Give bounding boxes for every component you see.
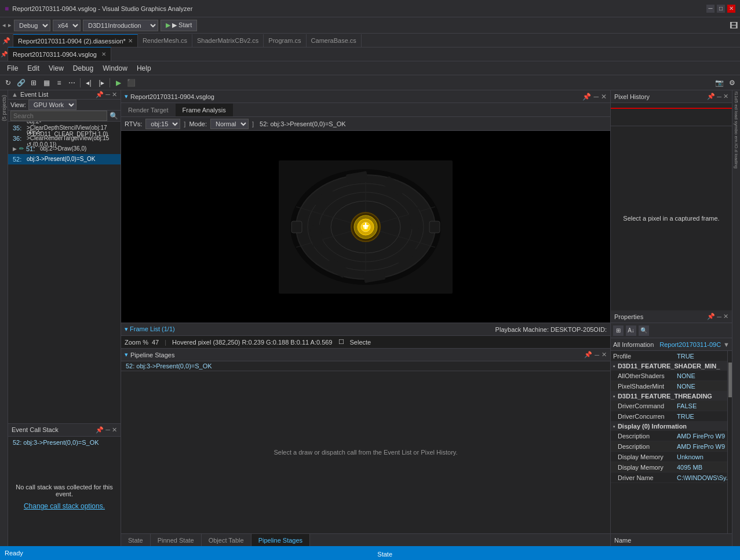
bottom-tab-state[interactable]: State <box>121 534 151 547</box>
prop-section-threading[interactable]: ▪ D3D11_FEATURE_THREADING <box>611 391 727 401</box>
pipeline-close-icon[interactable]: ✕ <box>602 351 607 358</box>
pipeline-collapse2-icon[interactable]: ─ <box>595 352 599 358</box>
debug-dropdown[interactable]: Debug <box>14 20 50 31</box>
prop-section-collapse-icon-2[interactable]: ▪ <box>613 393 615 400</box>
step-forward-icon[interactable]: |▸ <box>96 77 107 89</box>
menu-help[interactable]: Help <box>132 61 156 75</box>
vsglog-close-icon[interactable]: ✕ <box>601 93 607 101</box>
menu-debug[interactable]: Debug <box>68 61 98 75</box>
project-dropdown[interactable]: D3D11Introduction <box>83 20 158 31</box>
rtv-label: RTVs: <box>125 120 142 127</box>
tab-vsglog[interactable]: Report20170311-0904.vsglog ✕ <box>8 47 111 61</box>
playback-machine-text: Playback Machine: DESKTOP-205OID: <box>495 326 607 333</box>
search-icon[interactable]: 🔍 <box>110 112 118 120</box>
timeline-icon[interactable]: ≡ <box>53 77 65 89</box>
nav-back-icon[interactable]: ◂ <box>2 21 6 29</box>
props-scrollbar[interactable] <box>727 351 732 533</box>
call-stack-collapse-icon[interactable]: ─ <box>105 426 110 433</box>
event-list-toolbar: View: GPU Work <box>8 100 121 111</box>
more-icon[interactable]: ⋯ <box>66 77 78 89</box>
table-icon[interactable]: ▦ <box>41 77 52 89</box>
call-stack-close-icon[interactable]: ✕ <box>112 426 117 434</box>
tab-close-vsglog[interactable]: ✕ <box>101 51 106 57</box>
mode-dropdown[interactable]: Normal <box>210 119 249 129</box>
graphics-icon[interactable]: 🎞 <box>730 21 738 30</box>
prop-section-collapse-icon[interactable]: ▪ <box>613 363 615 369</box>
vsglog-collapse-icon[interactable]: ▾ <box>125 93 128 100</box>
menu-file[interactable]: File <box>2 61 23 75</box>
step-back-icon[interactable]: ◂| <box>83 77 94 89</box>
props-dropdown-icon[interactable]: ▼ <box>723 341 730 348</box>
play-capture-icon[interactable]: ▶ <box>112 77 124 89</box>
tab-rendermesh[interactable]: RenderMesh.cs <box>138 34 192 47</box>
far-right-panel: f11d5 ed load symbo em.IO.d loading <box>732 90 740 546</box>
pipeline-collapse-icon[interactable]: ▾ <box>125 351 128 358</box>
pin-tab[interactable]: 📌 <box>0 34 13 47</box>
tab-shadermatrix[interactable]: ShaderMatrixCBv2.cs <box>192 34 264 47</box>
maximize-button[interactable]: □ <box>717 5 725 13</box>
view-dropdown[interactable]: GPU Work <box>28 100 76 110</box>
vsglog-pin-icon[interactable]: 📌 <box>582 93 591 101</box>
pixel-history-close-icon[interactable]: ✕ <box>723 93 728 100</box>
vsglog-title: Report20170311-0904.vsglog <box>130 93 214 100</box>
event-item-36[interactable]: 36: obj:2->ClearRenderTargetView(obj:15 … <box>8 133 121 144</box>
stop-capture-icon[interactable]: ⬛ <box>125 77 137 89</box>
hovered-pixel-text: Hovered pixel (382,250) R:0.239 G:0.188 … <box>172 339 332 346</box>
properties-collapse-icon[interactable]: ─ <box>717 313 721 320</box>
event-list-content[interactable]: 35: obj:2->ClearDepthStencilView(obj:17 … <box>8 122 121 423</box>
checkbox-icon[interactable]: ☐ <box>338 338 344 346</box>
prop-section-shader-min[interactable]: ▪ D3D11_FEATURE_SHADER_MIN_ <box>611 361 727 371</box>
event-expand-51[interactable]: ▶ <box>13 146 17 152</box>
call-stack-pin-icon[interactable]: 📌 <box>96 426 104 434</box>
bottom-tab-pipeline-stages[interactable]: Pipeline Stages <box>251 534 310 547</box>
props-alpha-icon[interactable]: A↓ <box>626 325 636 336</box>
props-sort-icon[interactable]: ⊞ <box>613 325 624 336</box>
menu-view[interactable]: View <box>44 61 68 75</box>
minimize-button[interactable]: ─ <box>706 5 715 13</box>
tab-program[interactable]: Program.cs <box>264 34 306 47</box>
event-list-close-icon[interactable]: ✕ <box>112 91 117 98</box>
far-right-content: f11d5 ed load symbo em.IO.d loading <box>732 90 740 170</box>
pipeline-pin-icon[interactable]: 📌 <box>584 351 592 358</box>
tab-diasession[interactable]: Report20170311-0904 (2).diasession* ✕ <box>13 34 138 47</box>
refresh-icon[interactable]: ↻ <box>2 77 14 89</box>
tab-frame-analysis[interactable]: Frame Analysis <box>176 104 233 116</box>
inner-pin-icon[interactable]: 📌 <box>0 47 8 61</box>
settings-icon[interactable]: ⚙ <box>726 77 738 89</box>
bottom-tab-object-table[interactable]: Object Table <box>202 534 251 547</box>
arch-dropdown[interactable]: x64 <box>53 20 81 31</box>
menu-window[interactable]: Window <box>98 61 132 75</box>
props-scrollbar-thumb[interactable] <box>728 363 732 397</box>
grid-icon[interactable]: ⊞ <box>28 77 39 89</box>
pixel-history-collapse-icon[interactable]: ─ <box>717 93 721 100</box>
rtv-dropdown[interactable]: obj:15 <box>145 119 180 129</box>
props-filter-icon[interactable]: 🔍 <box>639 325 649 336</box>
close-button[interactable]: ✕ <box>727 5 735 13</box>
change-call-stack-link[interactable]: Change call stack options. <box>24 502 105 510</box>
prop-section-collapse-icon-3[interactable]: ▪ <box>613 423 615 430</box>
frame-list-collapse-icon[interactable]: ▾ Frame List (1/1) <box>125 325 175 333</box>
state-text: State <box>377 551 392 558</box>
event-list-collapse-icon[interactable]: ─ <box>105 91 110 98</box>
vsglog-collapse2-icon[interactable]: ─ <box>593 93 599 101</box>
frame-viewport[interactable]: + <box>121 131 610 323</box>
bottom-tab-pinned-state[interactable]: Pinned State <box>151 534 202 547</box>
properties-close-icon[interactable]: ✕ <box>723 313 728 320</box>
event-item-52[interactable]: 52: obj:3->Present(0,0)=S_OK <box>8 154 121 164</box>
pipeline-select-msg: Select a draw or dispatch call from the … <box>121 371 610 533</box>
event-list-pin-icon[interactable]: 📌 <box>96 91 104 98</box>
start-button[interactable]: ▶ ▶ Start <box>161 20 197 31</box>
menu-edit[interactable]: Edit <box>23 61 44 75</box>
tab-close-diasession[interactable]: ✕ <box>128 38 133 44</box>
tab-render-target[interactable]: Render Target <box>121 104 176 116</box>
properties-pin-icon[interactable]: 📌 <box>707 313 715 320</box>
prop-name-driverconcurrent: DriverConcurren <box>611 413 675 420</box>
camera-icon[interactable]: 📷 <box>713 77 725 89</box>
event-list-up-icon[interactable]: ▲ <box>12 91 18 98</box>
nav-forward-icon[interactable]: ▸ <box>8 21 12 29</box>
link-icon[interactable]: 🔗 <box>15 77 27 89</box>
search-input[interactable] <box>10 111 107 121</box>
prop-section-display[interactable]: ▪ Display (0) Information <box>611 422 727 431</box>
tab-camerabase[interactable]: CameraBase.cs <box>307 34 362 47</box>
pixel-history-pin-icon[interactable]: 📌 <box>707 93 715 100</box>
